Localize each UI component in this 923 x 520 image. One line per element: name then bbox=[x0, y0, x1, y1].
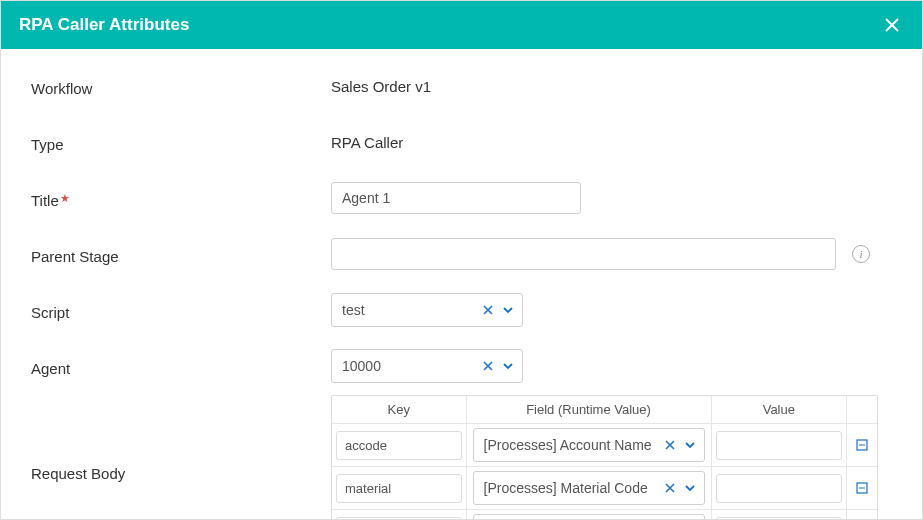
key-input[interactable] bbox=[336, 474, 462, 503]
field-dropdown-button[interactable] bbox=[682, 480, 698, 496]
field-dropdown-button[interactable] bbox=[682, 437, 698, 453]
row-workflow: Workflow Sales Order v1 bbox=[31, 69, 892, 103]
required-star-icon: ★ bbox=[60, 192, 70, 204]
script-clear-button[interactable] bbox=[480, 302, 496, 318]
minus-box-icon bbox=[856, 439, 868, 451]
table-row: [Processes] Material Code bbox=[332, 467, 877, 510]
label-script: Script bbox=[31, 300, 331, 321]
row-script: Script test bbox=[31, 293, 892, 327]
remove-row-button[interactable] bbox=[856, 439, 868, 451]
request-body-table: Key Field (Runtime Value) Value [Process… bbox=[331, 395, 878, 520]
chevron-down-icon bbox=[684, 482, 696, 494]
col-field: Field (Runtime Value) bbox=[467, 396, 712, 423]
label-parent-stage: Parent Stage bbox=[31, 244, 331, 265]
row-agent: Agent 10000 bbox=[31, 349, 892, 383]
clear-icon bbox=[483, 361, 493, 371]
dialog-title: RPA Caller Attributes bbox=[19, 15, 189, 35]
title-input[interactable] bbox=[331, 182, 581, 214]
field-clear-button[interactable] bbox=[662, 480, 678, 496]
field-value: [Processes] Material Code bbox=[484, 480, 658, 496]
close-icon bbox=[883, 16, 901, 34]
chevron-down-icon bbox=[684, 439, 696, 451]
label-workflow: Workflow bbox=[31, 76, 331, 97]
col-value: Value bbox=[712, 396, 848, 423]
chevron-down-icon bbox=[502, 304, 514, 316]
agent-value: 10000 bbox=[342, 358, 476, 374]
script-dropdown-button[interactable] bbox=[500, 302, 516, 318]
clear-icon bbox=[665, 483, 675, 493]
label-title: Title★ bbox=[31, 188, 331, 209]
row-request-body: Request Body Key Field (Runtime Value) V… bbox=[31, 395, 892, 520]
chevron-down-icon bbox=[502, 360, 514, 372]
label-request-body: Request Body bbox=[31, 395, 331, 482]
clear-icon bbox=[665, 440, 675, 450]
field-clear-button[interactable] bbox=[662, 437, 678, 453]
clear-icon bbox=[483, 305, 493, 315]
table-row: [Processes] Quantity bbox=[332, 510, 877, 520]
dialog-body: Workflow Sales Order v1 Type RPA Caller … bbox=[1, 49, 922, 520]
agent-clear-button[interactable] bbox=[480, 358, 496, 374]
field-combobox[interactable]: [Processes] Material Code bbox=[473, 471, 705, 505]
script-value: test bbox=[342, 302, 476, 318]
value-workflow: Sales Order v1 bbox=[331, 78, 431, 95]
dialog-header: RPA Caller Attributes bbox=[1, 1, 922, 49]
value-input[interactable] bbox=[716, 431, 843, 460]
label-agent: Agent bbox=[31, 356, 331, 377]
script-combobox[interactable]: test bbox=[331, 293, 523, 327]
key-input[interactable] bbox=[336, 431, 462, 460]
close-button[interactable] bbox=[880, 13, 904, 37]
minus-box-icon bbox=[856, 482, 868, 494]
agent-dropdown-button[interactable] bbox=[500, 358, 516, 374]
remove-row-button[interactable] bbox=[856, 482, 868, 494]
agent-combobox[interactable]: 10000 bbox=[331, 349, 523, 383]
label-title-text: Title bbox=[31, 192, 59, 209]
table-row: [Processes] Account Name bbox=[332, 424, 877, 467]
info-icon[interactable]: i bbox=[852, 245, 870, 263]
field-combobox[interactable]: [Processes] Quantity bbox=[473, 514, 705, 520]
parent-stage-input[interactable] bbox=[331, 238, 836, 270]
col-action bbox=[847, 396, 877, 423]
value-input[interactable] bbox=[716, 517, 843, 521]
col-key: Key bbox=[332, 396, 467, 423]
value-type: RPA Caller bbox=[331, 134, 403, 151]
field-value: [Processes] Account Name bbox=[484, 437, 658, 453]
row-type: Type RPA Caller bbox=[31, 125, 892, 159]
row-title: Title★ bbox=[31, 181, 892, 215]
table-header: Key Field (Runtime Value) Value bbox=[332, 396, 877, 424]
row-parent-stage: Parent Stage i bbox=[31, 237, 892, 271]
value-input[interactable] bbox=[716, 474, 843, 503]
key-input[interactable] bbox=[336, 517, 462, 521]
label-type: Type bbox=[31, 132, 331, 153]
field-combobox[interactable]: [Processes] Account Name bbox=[473, 428, 705, 462]
